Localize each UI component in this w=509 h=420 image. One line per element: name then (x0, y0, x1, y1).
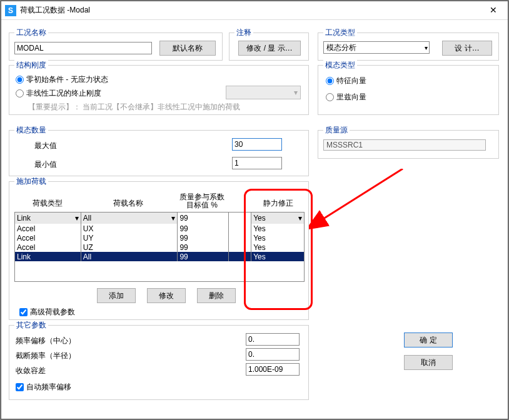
group-case-name: 工况名称 默认名称 (9, 32, 223, 61)
group-applied-loads: 施加荷载 荷载类型 荷载名称 质量参与系数 目标值 % 静力修正 Link▾ A (9, 181, 309, 320)
auto-freq-check[interactable]: 自动频率偏移 (16, 382, 71, 392)
table-cell-gap (229, 252, 251, 261)
tol-input[interactable] (246, 363, 300, 376)
radio-zero-initial[interactable]: 零初始条件 - 无应力状态 (16, 74, 108, 85)
table-cell: 99 (178, 233, 229, 242)
max-modes-label: 最大值 (34, 141, 57, 151)
design-button[interactable]: 设 计… (442, 41, 492, 56)
app-icon: S (5, 5, 16, 16)
radio-nonlinear-end-label: 非线性工况的终止刚度 (26, 88, 101, 99)
radio-eigen-label: 特征向量 (336, 76, 366, 86)
table-cell: Accel (15, 224, 81, 233)
group-title-loads: 施加荷载 (14, 176, 48, 187)
radio-ritz-label: 里兹向量 (336, 92, 366, 102)
nonlinear-case-select: ▾ (226, 86, 301, 99)
radio-nonlinear-end-input[interactable] (16, 89, 24, 98)
table-cell: Accel (15, 242, 81, 252)
head-name-select[interactable]: All▾ (81, 212, 178, 224)
freq-shift-input[interactable] (246, 333, 300, 346)
min-modes-label: 最小值 (34, 159, 57, 170)
chevron-down-icon: ▾ (425, 44, 428, 51)
group-num-modes: 模态数量 最大值 最小值 (9, 130, 309, 176)
min-modes-input[interactable] (232, 157, 282, 169)
modify-load-button[interactable]: 修改 (147, 288, 186, 303)
add-load-button[interactable]: 添加 (97, 288, 136, 303)
group-case-type: 工况类型 模态分析 ▾ 设 计… (318, 32, 499, 61)
svg-line-1 (321, 169, 403, 220)
adv-load-params-check[interactable]: 高级荷载参数 (19, 307, 75, 318)
arrow-annotation (309, 169, 409, 244)
group-mass-source: 质量源 MSSSRC1 (318, 130, 499, 159)
table-cell: All (81, 252, 178, 261)
table-cell: 99 (178, 252, 229, 261)
chevron-down-icon: ▾ (75, 214, 79, 222)
auto-freq-input[interactable] (16, 383, 24, 391)
ok-button[interactable]: 确 定 (404, 332, 453, 348)
titlebar: S 荷载工况数据 -Modal ✕ (1, 1, 508, 20)
group-title-other: 其它参数 (14, 320, 48, 331)
radio-zero-initial-input[interactable] (16, 76, 24, 84)
window-title: 荷载工况数据 -Modal (20, 5, 479, 16)
hdr-load-name: 荷载名称 (80, 193, 176, 209)
table-cell: Yes (251, 224, 304, 233)
table-cell: Yes (251, 233, 304, 242)
group-title-case-name: 工况名称 (14, 28, 48, 38)
table-cell: UY (81, 233, 178, 242)
group-other-params: 其它参数 频率偏移（中心） 截断频率（半径） 收敛容差 自动频率偏移 (9, 325, 309, 400)
table-cell: Accel (15, 233, 81, 242)
loads-table-body: AccelUX99YesAccelUY99YesAccelUZ99YesLink… (15, 224, 304, 281)
head-type-select[interactable]: Link▾ (15, 212, 81, 224)
table-row[interactable]: AccelUX99Yes (15, 224, 304, 233)
group-notes: 注释 修改 / 显 示… (229, 32, 309, 61)
group-title-mass: 质量源 (323, 125, 350, 136)
struct-hint: 【重要提示】： 当前工况【不会继承】非线性工况中施加的荷载 (28, 102, 240, 112)
hdr-load-type: 荷载类型 (14, 193, 80, 209)
table-cell-gap (229, 224, 251, 233)
radio-eigen-input[interactable] (326, 77, 334, 85)
tol-label: 收敛容差 (16, 366, 46, 376)
default-name-button[interactable]: 默认名称 (159, 41, 216, 56)
radio-eigen[interactable]: 特征向量 (326, 76, 366, 86)
head-static-select[interactable]: Yes▾ (251, 212, 304, 224)
table-cell: UX (81, 224, 178, 233)
close-button[interactable]: ✕ (479, 1, 508, 20)
auto-freq-label: 自动频率偏移 (26, 382, 71, 392)
table-row[interactable]: AccelUZ99Yes (15, 242, 304, 252)
notes-button[interactable]: 修改 / 显 示… (238, 41, 301, 56)
loads-column-headers: 荷载类型 荷载名称 质量参与系数 目标值 % 静力修正 (14, 193, 305, 209)
max-modes-input[interactable] (232, 138, 282, 151)
dialog-body: 工况名称 默认名称 注释 修改 / 显 示… 工况类型 模态分析 ▾ 设 计… … (9, 25, 500, 412)
hdr-static: 静力修正 (253, 193, 305, 209)
cutoff-input[interactable] (246, 348, 300, 361)
cutoff-label: 截断频率（半径） (16, 351, 76, 361)
group-title-case-type: 工况类型 (323, 28, 357, 38)
table-cell: Yes (251, 242, 304, 252)
table-cell-gap (229, 233, 251, 242)
group-title-notes: 注释 (234, 28, 253, 38)
case-name-input[interactable] (14, 42, 152, 54)
case-type-select[interactable]: 模态分析 ▾ (323, 41, 430, 54)
mass-source-value: MSSSRC1 (323, 139, 486, 151)
cancel-button[interactable]: 取消 (404, 355, 453, 370)
case-type-value: 模态分析 (326, 42, 356, 53)
table-cell: Link (15, 252, 81, 261)
group-title-struct: 结构刚度 (14, 60, 48, 71)
group-title-num-modes: 模态数量 (14, 125, 48, 136)
group-modal-type: 模态类型 特征向量 里兹向量 (318, 65, 499, 115)
table-cell: 99 (178, 224, 229, 233)
head-target-input[interactable]: 99 (178, 212, 229, 224)
radio-nonlinear-end[interactable]: 非线性工况的终止刚度 (16, 88, 101, 99)
adv-load-params-label: 高级荷载参数 (30, 307, 75, 318)
adv-load-params-input[interactable] (19, 308, 28, 316)
table-cell: 99 (178, 242, 229, 252)
freq-shift-label: 频率偏移（中心） (16, 336, 76, 346)
radio-ritz-input[interactable] (326, 93, 334, 101)
delete-load-button[interactable]: 删除 (197, 288, 236, 303)
radio-zero-initial-label: 零初始条件 - 无应力状态 (26, 74, 108, 85)
hdr-target: 质量参与系数 目标值 % (176, 193, 227, 209)
table-row[interactable]: LinkAll99Yes (15, 252, 304, 261)
loads-table: Link▾ All▾ 99 Yes▾ AccelUX99YesAccelUY99… (14, 212, 305, 282)
table-row[interactable]: AccelUY99Yes (15, 233, 304, 242)
radio-ritz[interactable]: 里兹向量 (326, 92, 366, 102)
chevron-down-icon: ▾ (171, 214, 175, 222)
